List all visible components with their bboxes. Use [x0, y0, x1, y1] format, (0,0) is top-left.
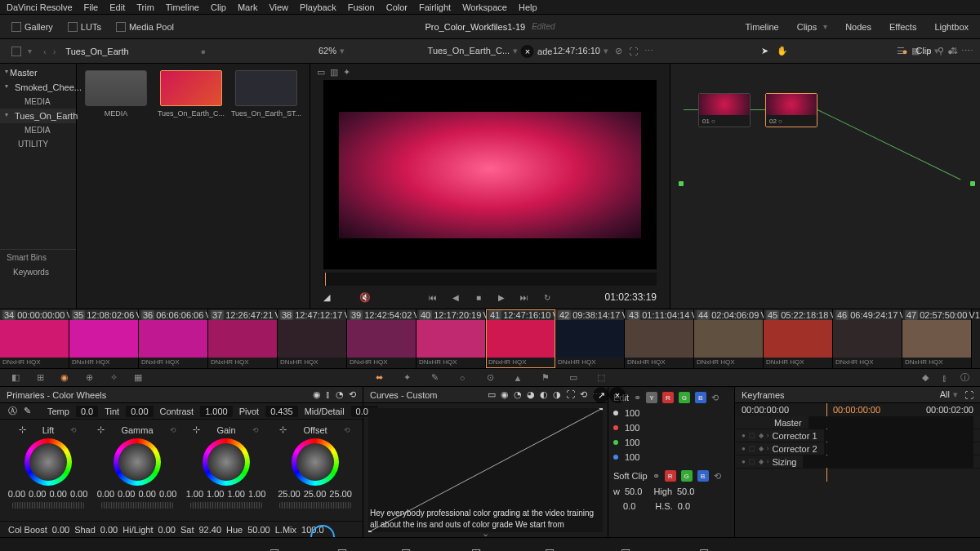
- node-output[interactable]: [970, 181, 975, 186]
- curve-m1-icon[interactable]: ▭: [488, 389, 496, 400]
- thumb-47[interactable]: 4702:57:50:00V1DNxHR HQX: [902, 309, 972, 368]
- wheel-picker[interactable]: ⊹: [97, 424, 105, 435]
- menu-playback[interactable]: Playback: [300, 2, 336, 12]
- bypass-icon[interactable]: ⊘: [615, 46, 622, 56]
- node-scope-dropdown[interactable]: Clip: [915, 46, 939, 56]
- color-wheel[interactable]: [292, 438, 339, 486]
- auto-icon[interactable]: Ⓐ: [8, 405, 17, 417]
- wheel-slider[interactable]: [279, 502, 351, 509]
- thumb-46[interactable]: 4606:49:24:17V1DNxHR HQX: [833, 309, 902, 368]
- page-edit[interactable]: ▭Edit: [399, 544, 414, 551]
- thumb-44[interactable]: 4402:04:06:09V1DNxHR HQX: [694, 309, 764, 368]
- curve-m4-icon[interactable]: ◕: [527, 389, 535, 400]
- viewer-tc[interactable]: 12:47:16:10: [553, 46, 608, 56]
- link-icon[interactable]: ⚭: [634, 393, 641, 403]
- scopes-icon[interactable]: ⫿: [939, 372, 951, 384]
- kf-row[interactable]: ●⬚◆›Corrector 2: [735, 442, 980, 455]
- kf-tool-icon[interactable]: ◆: [920, 372, 931, 384]
- close-overlay-icon[interactable]: ×: [521, 45, 534, 58]
- effects-button[interactable]: Effects: [884, 20, 921, 33]
- wheel-reset[interactable]: ⟲: [252, 426, 259, 434]
- menu-fairlight[interactable]: Fairlight: [419, 2, 451, 12]
- kf-master[interactable]: Master: [774, 418, 802, 428]
- tree-smoked[interactable]: Smoked_Chee...: [0, 80, 76, 95]
- menu-timeline[interactable]: Timeline: [166, 2, 199, 12]
- colboost-val[interactable]: 0.00: [52, 525, 69, 535]
- wheel-picker[interactable]: ⊹: [19, 424, 26, 435]
- hue-val[interactable]: 50.00: [247, 525, 270, 535]
- log-mode-icon[interactable]: ◔: [336, 389, 344, 400]
- chan-g[interactable]: G: [679, 392, 690, 403]
- step-back-icon[interactable]: ◀: [450, 291, 461, 303]
- split-icon[interactable]: ▥: [330, 67, 338, 78]
- menu-view[interactable]: View: [269, 2, 288, 12]
- edit-reset-icon[interactable]: ⟲: [711, 393, 719, 403]
- nav-fwd-icon[interactable]: ›: [53, 47, 56, 56]
- bars-mode-icon[interactable]: ⫿: [326, 389, 331, 400]
- curve-exp-icon[interactable]: ⛶: [566, 389, 575, 400]
- kf-all-dropdown[interactable]: All: [940, 389, 958, 400]
- tree-keywords[interactable]: Keywords: [0, 265, 76, 279]
- thumb-35[interactable]: 3512:08:02:06V1DNxHR HQX: [69, 309, 139, 368]
- 3d-icon[interactable]: ⬚: [595, 372, 607, 384]
- hand-icon[interactable]: ✋: [777, 46, 788, 56]
- sc-r[interactable]: R: [665, 470, 676, 482]
- chan-y[interactable]: Y: [646, 392, 657, 403]
- wheel-picker[interactable]: ⊹: [279, 424, 287, 435]
- more3-icon[interactable]: ⋯: [961, 46, 970, 56]
- page-cut[interactable]: ▭Cut: [336, 544, 350, 551]
- menu-trim[interactable]: Trim: [136, 2, 154, 12]
- menu-fusion[interactable]: Fusion: [348, 2, 375, 12]
- node-graph[interactable]: 01 ○02 ○: [670, 64, 980, 309]
- bin-dropdown[interactable]: [7, 45, 37, 58]
- tint-val[interactable]: 0.00: [126, 406, 153, 417]
- page-fairlight[interactable]: ▭Fairlight: [609, 544, 641, 551]
- play-icon[interactable]: ▶: [496, 291, 507, 303]
- picker-icon[interactable]: ✎: [24, 406, 31, 416]
- viewer-image[interactable]: [323, 80, 657, 269]
- curve-m3-icon[interactable]: ◔: [514, 389, 522, 400]
- stop-icon[interactable]: ■: [473, 291, 484, 303]
- menu-mark[interactable]: Mark: [238, 2, 257, 12]
- warper-icon[interactable]: ✦: [401, 372, 412, 384]
- window-icon[interactable]: ○: [457, 372, 468, 384]
- leftnav5-icon[interactable]: ✧: [108, 372, 119, 384]
- nav-back-icon[interactable]: ‹: [43, 47, 47, 56]
- color-wheel[interactable]: [203, 438, 250, 486]
- leftnav2-icon[interactable]: ⊞: [34, 372, 46, 384]
- mix-val[interactable]: 100.0: [301, 525, 324, 535]
- thumb-38[interactable]: 3812:47:12:17V1DNxHR HQX: [278, 309, 347, 368]
- curve-reset-icon[interactable]: ⟲: [580, 389, 587, 400]
- qualifier-icon[interactable]: ✎: [429, 372, 440, 384]
- page-fusion[interactable]: ▭Fusion: [463, 544, 490, 551]
- thumb-43[interactable]: 4301:11:04:14V1DNxHR HQX: [625, 309, 694, 368]
- wheels-mode-icon[interactable]: ◉: [313, 389, 321, 400]
- thumb-45[interactable]: 4505:22:18:18V1DNxHR HQX: [764, 309, 833, 368]
- image-wipe-icon[interactable]: ▭: [317, 67, 325, 78]
- leftnav6-icon[interactable]: ▦: [132, 372, 144, 384]
- sc-g[interactable]: G: [681, 470, 693, 482]
- ls-val[interactable]: 0.0: [623, 501, 635, 511]
- next-clip-icon[interactable]: ⏭: [519, 291, 530, 303]
- shad-val[interactable]: 0.00: [100, 525, 118, 535]
- chan-r[interactable]: R: [662, 392, 674, 403]
- thumb-40[interactable]: 4012:17:20:19V1DNxHR HQX: [416, 309, 486, 368]
- popout-icon[interactable]: ↗: [593, 387, 609, 403]
- nodes-button[interactable]: Nodes: [840, 20, 876, 33]
- curves-tool-icon[interactable]: ⬌: [373, 372, 385, 384]
- close-sub-icon[interactable]: ×: [609, 387, 626, 403]
- tracker-icon[interactable]: ⊙: [484, 372, 496, 384]
- clips-button[interactable]: Clips: [792, 20, 832, 33]
- lightbox-button[interactable]: Lightbox: [929, 20, 973, 33]
- page-deliver[interactable]: ▭Deliver: [690, 544, 718, 551]
- pool-item[interactable]: Tues_On_Earth_ST...: [234, 70, 299, 118]
- viewer-scrubber[interactable]: [323, 273, 657, 286]
- viewer-clip-dropdown[interactable]: Tues_On_Earth_C...: [428, 46, 518, 56]
- tree-media2[interactable]: MEDIA: [0, 123, 76, 137]
- sc-reset-icon[interactable]: ⟲: [714, 471, 721, 482]
- gallery-button[interactable]: Gallery: [7, 20, 58, 33]
- menu-clip[interactable]: Clip: [211, 2, 226, 12]
- wheel-slider[interactable]: [12, 502, 84, 509]
- reset-all-icon[interactable]: ⟲: [349, 389, 356, 400]
- tree-media1[interactable]: MEDIA: [0, 95, 76, 109]
